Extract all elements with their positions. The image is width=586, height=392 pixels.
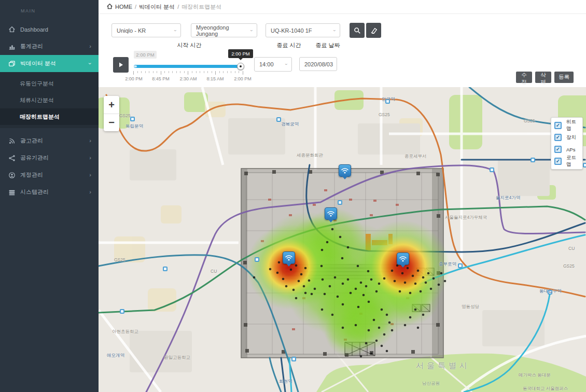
user-icon xyxy=(8,171,16,179)
map-poi-label: 환일고등학교 xyxy=(164,355,190,361)
device-dot xyxy=(292,289,295,291)
device-dot xyxy=(383,333,386,336)
device-dot xyxy=(444,280,447,283)
map-poi-label: 명동성당 xyxy=(462,304,479,310)
sidebar-item-dashboard[interactable]: Dashboard xyxy=(0,21,99,38)
device-dot xyxy=(304,292,307,295)
ap-marker[interactable] xyxy=(339,164,351,177)
home-icon xyxy=(107,4,113,10)
chevron-down-icon: › xyxy=(332,30,337,31)
slider-handle[interactable] xyxy=(237,63,244,70)
sidebar-item-system[interactable]: 시스템관리 › xyxy=(0,184,99,201)
device-dot xyxy=(391,329,394,332)
brand-label: MAIN xyxy=(21,8,99,13)
sidebar-item-bigdata[interactable]: 빅데이터 분석 › xyxy=(0,55,99,72)
sidebar-item-label: 통계관리 xyxy=(20,43,89,50)
main-content: HOME / 빅데이터 분석 / 매장히트맵분석 Uniqlo - KR › M… xyxy=(99,0,586,392)
submenu-item-population[interactable]: 유동인구분석 xyxy=(0,75,99,92)
edit-button[interactable]: 수정 xyxy=(516,72,532,83)
device-dot xyxy=(381,345,383,347)
map-canvas[interactable]: GS25독립문역경복궁역안국역세종문화회관종로세무서GS25GS25을지로4가역… xyxy=(99,87,586,392)
device-dot xyxy=(360,282,362,284)
store-select[interactable]: Uniqlo - KR › xyxy=(111,23,181,37)
sidebar-item-label: Dashboard xyxy=(20,26,99,33)
device-dot xyxy=(407,267,409,270)
heatmap-checkbox[interactable]: ✓ xyxy=(554,122,562,129)
play-button[interactable] xyxy=(113,57,129,73)
zoom-out-button[interactable]: − xyxy=(104,114,119,132)
breadcrumb: HOME / 빅데이터 분석 / 매장히트맵분석 xyxy=(99,0,586,14)
device-dot xyxy=(430,288,432,290)
ap-marker[interactable] xyxy=(397,253,409,265)
time-slider[interactable] xyxy=(134,63,243,70)
tick-label: 2:00 PM xyxy=(230,76,256,81)
register-button[interactable]: 등록 xyxy=(554,72,574,83)
slider-tooltip: 2:00 PM xyxy=(228,49,253,58)
device-dot xyxy=(420,290,422,293)
branch-select[interactable]: Myeongdong Jungang › xyxy=(191,23,257,37)
delete-button[interactable]: 삭제 xyxy=(535,72,551,83)
search-button[interactable] xyxy=(350,23,365,38)
breadcrumb-section[interactable]: 빅데이터 분석 xyxy=(139,3,175,11)
map-zoom-control: + − xyxy=(104,96,119,131)
broadcast-icon xyxy=(8,137,16,145)
map-poi-label: 충무로역 xyxy=(439,261,456,268)
device-dot xyxy=(365,342,368,345)
device-dot xyxy=(342,303,344,306)
breadcrumb-home[interactable]: HOME xyxy=(115,4,132,10)
sidebar-submenu: 유동인구분석 체류시간분석 매장히트맵분석 xyxy=(0,72,99,128)
device-dot xyxy=(394,280,396,283)
search-icon xyxy=(354,27,361,34)
device-dot xyxy=(355,288,357,290)
device-dot xyxy=(438,284,440,286)
device-dot xyxy=(320,265,323,268)
aps-checkbox[interactable]: ✓ xyxy=(554,146,562,153)
submenu-item-staytime[interactable]: 체류시간분석 xyxy=(0,92,99,108)
clear-button[interactable] xyxy=(366,23,381,38)
device-dot xyxy=(357,306,360,309)
map-poi-label: 애오개역 xyxy=(107,353,124,359)
sidebar-item-ads[interactable]: 광고관리 › xyxy=(0,132,99,149)
legend-label: APs xyxy=(566,147,575,152)
device-dot xyxy=(404,324,407,327)
chart-icon xyxy=(8,43,16,51)
chevron-down-icon: › xyxy=(88,63,93,65)
device-dot xyxy=(386,350,388,353)
sidebar-item-accounts[interactable]: 계정관리 › xyxy=(0,166,99,184)
slider-rail[interactable] xyxy=(134,65,243,68)
subway-station-marker xyxy=(531,158,535,162)
device-dot xyxy=(331,228,334,231)
sidebar-item-statistics[interactable]: 통계관리 › xyxy=(0,38,99,55)
tick-label: 2:30 AM xyxy=(175,76,201,81)
devices-checkbox[interactable]: ✓ xyxy=(554,134,562,141)
ap-marker[interactable] xyxy=(325,207,337,220)
wifi-icon xyxy=(399,255,407,262)
device-dot xyxy=(308,279,311,282)
roadmap-checkbox[interactable]: ✓ xyxy=(554,158,562,165)
chevron-right-icon: › xyxy=(89,138,91,144)
map-tiles xyxy=(99,87,586,392)
floor-select[interactable]: UQ-KR-1040 1F › xyxy=(266,23,340,37)
submenu-item-heatmap[interactable]: 매장히트맵분석 xyxy=(0,108,99,125)
sidebar-item-routers[interactable]: 공유기관리 › xyxy=(0,149,99,166)
device-dot xyxy=(334,276,337,279)
end-date-input[interactable] xyxy=(299,57,337,71)
device-dot xyxy=(391,270,394,272)
subway-station-marker xyxy=(276,117,281,122)
map-poi-label: GS25 xyxy=(563,263,575,269)
end-time-select[interactable]: 14:00 › xyxy=(254,57,292,72)
device-dot xyxy=(440,272,443,275)
device-dot xyxy=(342,283,344,285)
device-dot xyxy=(337,296,339,298)
play-icon xyxy=(118,62,124,68)
subway-station-marker xyxy=(291,357,296,361)
map-poi-label: 메가박스 동대문 xyxy=(519,372,551,379)
device-dot xyxy=(342,327,344,329)
floor-select-value: UQ-KR-1040 1F xyxy=(271,27,312,34)
device-dot xyxy=(367,270,370,273)
ap-marker[interactable] xyxy=(283,251,295,264)
device-dot xyxy=(347,278,350,281)
device-dot xyxy=(295,297,298,300)
zoom-in-button[interactable]: + xyxy=(104,96,119,114)
device-dot xyxy=(304,267,307,270)
